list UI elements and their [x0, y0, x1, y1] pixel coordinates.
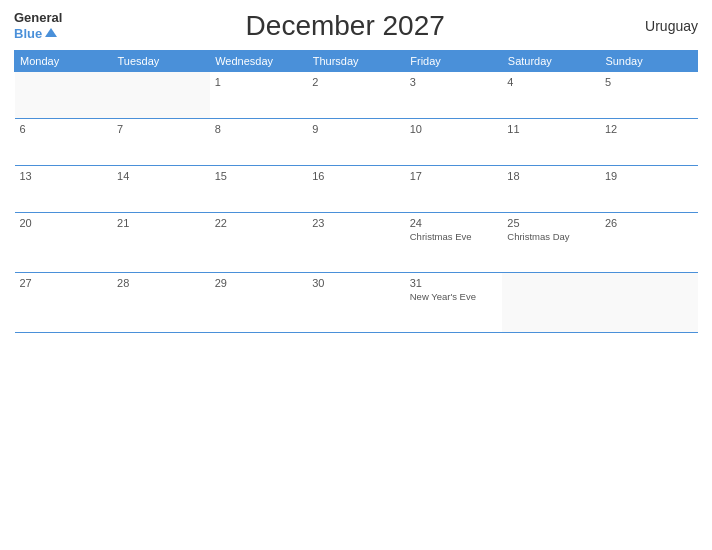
day-number: 24: [410, 217, 498, 229]
calendar-cell: 30: [307, 273, 405, 333]
calendar-week-row: 6789101112: [15, 119, 698, 166]
day-number: 1: [215, 76, 303, 88]
country-label: Uruguay: [628, 18, 698, 34]
day-number: 10: [410, 123, 498, 135]
calendar-cell: 18: [502, 166, 600, 213]
calendar-cell: 2: [307, 72, 405, 119]
page-title: December 2027: [62, 10, 628, 42]
calendar-cell: 24Christmas Eve: [405, 213, 503, 273]
day-number: 21: [117, 217, 205, 229]
calendar-cell: 29: [210, 273, 308, 333]
calendar-cell: 9: [307, 119, 405, 166]
calendar-cell: [112, 72, 210, 119]
logo-triangle-icon: [45, 28, 57, 37]
calendar-cell: 13: [15, 166, 113, 213]
logo-blue-text: Blue: [14, 26, 57, 41]
calendar-cell: [15, 72, 113, 119]
calendar-week-row: 12345: [15, 72, 698, 119]
logo-general-text: General: [14, 11, 62, 25]
day-number: 27: [20, 277, 108, 289]
calendar-cell: 26: [600, 213, 698, 273]
day-number: 4: [507, 76, 595, 88]
header: General Blue December 2027 Uruguay: [14, 10, 698, 42]
day-number: 28: [117, 277, 205, 289]
calendar-cell: 25Christmas Day: [502, 213, 600, 273]
day-number: 15: [215, 170, 303, 182]
calendar-cell: 17: [405, 166, 503, 213]
calendar-cell: 15: [210, 166, 308, 213]
calendar-cell: 10: [405, 119, 503, 166]
col-wednesday: Wednesday: [210, 51, 308, 72]
calendar-page: General Blue December 2027 Uruguay Monda…: [0, 0, 712, 550]
calendar-cell: 14: [112, 166, 210, 213]
col-friday: Friday: [405, 51, 503, 72]
calendar-week-row: 2728293031New Year's Eve: [15, 273, 698, 333]
day-number: 7: [117, 123, 205, 135]
calendar-header: Monday Tuesday Wednesday Thursday Friday…: [15, 51, 698, 72]
col-saturday: Saturday: [502, 51, 600, 72]
calendar-cell: 21: [112, 213, 210, 273]
calendar-cell: 11: [502, 119, 600, 166]
calendar-cell: 4: [502, 72, 600, 119]
calendar-cell: 19: [600, 166, 698, 213]
day-number: 25: [507, 217, 595, 229]
col-sunday: Sunday: [600, 51, 698, 72]
day-number: 22: [215, 217, 303, 229]
calendar-cell: 5: [600, 72, 698, 119]
calendar-cell: 16: [307, 166, 405, 213]
calendar-cell: 28: [112, 273, 210, 333]
day-number: 26: [605, 217, 693, 229]
day-number: 2: [312, 76, 400, 88]
calendar-cell: 1: [210, 72, 308, 119]
day-number: 23: [312, 217, 400, 229]
calendar-cell: 22: [210, 213, 308, 273]
calendar-cell: 8: [210, 119, 308, 166]
col-thursday: Thursday: [307, 51, 405, 72]
calendar-cell: 23: [307, 213, 405, 273]
calendar-cell: 3: [405, 72, 503, 119]
calendar-table: Monday Tuesday Wednesday Thursday Friday…: [14, 50, 698, 333]
day-number: 5: [605, 76, 693, 88]
calendar-body: 123456789101112131415161718192021222324C…: [15, 72, 698, 333]
col-tuesday: Tuesday: [112, 51, 210, 72]
weekday-row: Monday Tuesday Wednesday Thursday Friday…: [15, 51, 698, 72]
logo: General Blue: [14, 11, 62, 40]
day-number: 19: [605, 170, 693, 182]
calendar-cell: 31New Year's Eve: [405, 273, 503, 333]
col-monday: Monday: [15, 51, 113, 72]
calendar-week-row: 13141516171819: [15, 166, 698, 213]
day-number: 18: [507, 170, 595, 182]
day-number: 16: [312, 170, 400, 182]
calendar-cell: 20: [15, 213, 113, 273]
day-number: 8: [215, 123, 303, 135]
holiday-label: Christmas Day: [507, 231, 595, 242]
day-number: 6: [20, 123, 108, 135]
calendar-week-row: 2021222324Christmas Eve25Christmas Day26: [15, 213, 698, 273]
calendar-cell: 27: [15, 273, 113, 333]
holiday-label: Christmas Eve: [410, 231, 498, 242]
day-number: 14: [117, 170, 205, 182]
day-number: 11: [507, 123, 595, 135]
calendar-cell: 12: [600, 119, 698, 166]
day-number: 31: [410, 277, 498, 289]
day-number: 20: [20, 217, 108, 229]
calendar-cell: [600, 273, 698, 333]
day-number: 9: [312, 123, 400, 135]
calendar-cell: 7: [112, 119, 210, 166]
day-number: 29: [215, 277, 303, 289]
holiday-label: New Year's Eve: [410, 291, 498, 302]
calendar-cell: [502, 273, 600, 333]
day-number: 17: [410, 170, 498, 182]
day-number: 3: [410, 76, 498, 88]
day-number: 13: [20, 170, 108, 182]
calendar-cell: 6: [15, 119, 113, 166]
day-number: 12: [605, 123, 693, 135]
day-number: 30: [312, 277, 400, 289]
